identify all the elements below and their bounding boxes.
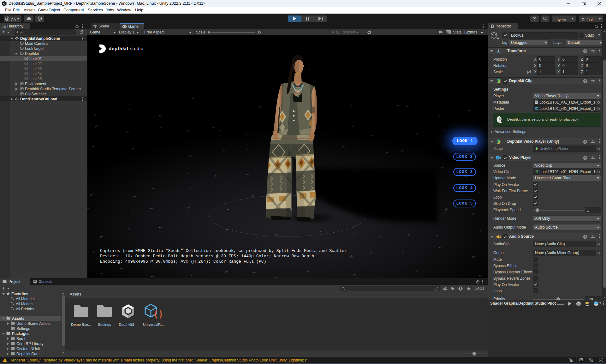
svg-text:?: ?: [584, 50, 586, 53]
svg-text:?: ?: [584, 156, 586, 159]
svg-text:?: ?: [584, 80, 586, 83]
svg-text:?: ?: [584, 235, 586, 238]
svg-text:?: ?: [584, 140, 586, 143]
